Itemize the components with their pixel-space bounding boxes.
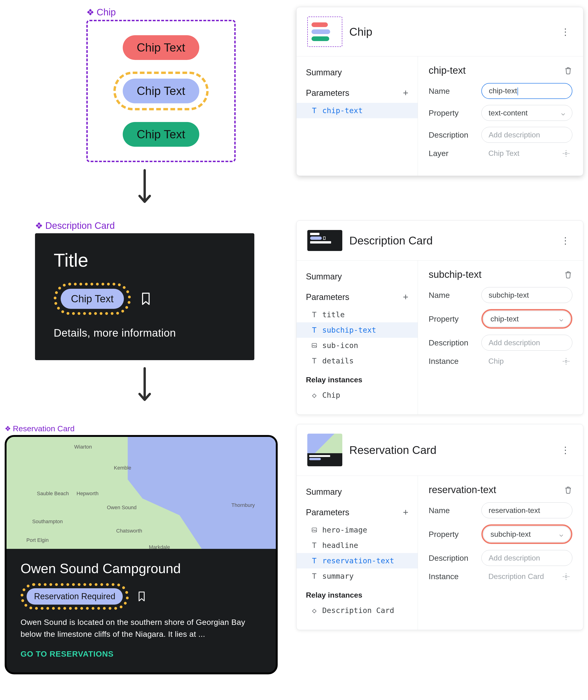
reservation-chip: Reservation Required (27, 588, 123, 605)
name-field-label: Name (429, 87, 475, 96)
text-type-icon: T (311, 356, 318, 365)
component-label-chip: ❖ Chip (86, 7, 236, 17)
summary-section-label[interactable]: Summary (297, 269, 418, 287)
detail-title: chip-text (429, 65, 466, 76)
name-input[interactable]: subchip-text (481, 287, 572, 303)
desc-panel-thumbnail (307, 230, 342, 251)
param-hero-image[interactable]: hero-image (297, 522, 418, 538)
description-input[interactable]: Add description (481, 550, 572, 566)
param-reservation-text[interactable]: T reservation-text (297, 553, 418, 568)
svg-point-1 (565, 152, 567, 154)
chip-component-name: Chip (97, 7, 116, 17)
summary-section-label[interactable]: Summary (297, 484, 418, 502)
panel-title: Chip (349, 25, 551, 38)
delete-icon[interactable] (564, 270, 572, 279)
layer-field-label: Layer (429, 149, 475, 158)
name-field-label: Name (429, 506, 475, 515)
property-select[interactable]: text-content ⌵ (481, 105, 572, 121)
param-sub-icon[interactable]: sub-icon (297, 338, 418, 353)
selection-highlight: Reservation Required (21, 583, 129, 610)
bookmark-icon[interactable] (140, 292, 151, 306)
component-label-res: ❖ Reservation Card (5, 424, 75, 433)
param-title[interactable]: T title (297, 307, 418, 322)
component-diamond-icon: ❖ (35, 221, 43, 230)
desc-details: Details, more information (54, 327, 236, 339)
chevron-down-icon: ⌵ (561, 109, 565, 117)
layer-value: Chip Text (488, 149, 519, 158)
chevron-down-icon: ⌵ (559, 530, 563, 538)
res-headline: Owen Sound Campground (21, 561, 262, 576)
bookmark-icon[interactable] (137, 591, 146, 602)
desc-component-name: Description Card (45, 220, 115, 231)
component-diamond-icon: ❖ (5, 425, 11, 432)
res-panel-thumbnail (307, 434, 342, 466)
svg-point-6 (565, 575, 567, 578)
hero-map-image: Wiarton Kemble Sauble Beach Hepworth Owe… (7, 437, 276, 549)
description-field-label: Description (429, 338, 475, 347)
param-name: chip-text (322, 106, 363, 115)
instance-field-label: Instance (429, 357, 475, 366)
text-type-icon: T (311, 106, 318, 115)
param-chip-text[interactable]: T chip-text (297, 103, 418, 118)
locate-icon[interactable] (562, 573, 570, 581)
selection-highlight: Chip Text (54, 283, 131, 315)
res-properties-panel: Reservation Card ⋮ Summary Parameters + (296, 424, 583, 630)
add-parameter-button[interactable]: + (403, 507, 408, 518)
more-menu-icon[interactable]: ⋮ (558, 235, 572, 246)
relay-instances-label: Relay instances (297, 369, 418, 387)
res-component-name: Reservation Card (13, 424, 75, 433)
chip-variant-red: Chip Text (123, 35, 199, 60)
parameters-section-label: Parameters (306, 88, 349, 98)
selection-highlight: Chip Text (113, 72, 208, 110)
component-diamond-icon: ❖ (86, 8, 94, 17)
param-subchip-text[interactable]: T subchip-text (297, 322, 418, 338)
relay-item-description-card[interactable]: ◇ Description Card (297, 603, 418, 618)
chip-properties-panel: Chip ⋮ Summary Parameters + T chip-text (296, 7, 583, 176)
more-menu-icon[interactable]: ⋮ (558, 445, 572, 455)
detail-title: subchip-text (429, 269, 481, 280)
diamond-icon: ◇ (311, 606, 318, 615)
parameters-section-label: Parameters (306, 292, 349, 302)
text-type-icon: T (311, 310, 318, 319)
arrow-down-icon (138, 367, 152, 402)
delete-icon[interactable] (564, 66, 572, 75)
name-input[interactable]: reservation-text (481, 502, 572, 518)
more-menu-icon[interactable]: ⋮ (558, 26, 572, 37)
chevron-down-icon: ⌵ (559, 315, 563, 323)
param-headline[interactable]: T headline (297, 538, 418, 553)
param-summary[interactable]: T summary (297, 568, 418, 584)
svg-rect-3 (312, 343, 317, 347)
desc-chip: Chip Text (61, 289, 124, 309)
locate-icon[interactable] (562, 357, 570, 365)
property-select[interactable]: chip-text ⌵ (483, 311, 571, 327)
add-parameter-button[interactable]: + (403, 88, 408, 98)
parameters-section-label: Parameters (306, 508, 349, 517)
description-card: Title Chip Text Details, more informatio… (35, 233, 254, 360)
text-type-icon: T (311, 326, 318, 334)
name-field-label: Name (429, 291, 475, 300)
chip-component-frame: Chip Text Chip Text Chip Text (86, 20, 236, 162)
relay-item-chip[interactable]: ◇ Chip (297, 387, 418, 403)
panel-title: Reservation Card (349, 444, 551, 456)
property-select[interactable]: subchip-text ⌵ (483, 526, 571, 542)
description-field-label: Description (429, 554, 475, 563)
text-type-icon: T (311, 556, 318, 565)
locate-icon[interactable] (562, 150, 570, 157)
description-input[interactable]: Add description (481, 335, 572, 351)
param-details[interactable]: T details (297, 353, 418, 369)
delete-icon[interactable] (564, 486, 572, 494)
chip-variant-blue: Chip Text (123, 79, 199, 103)
relay-instances-label: Relay instances (297, 584, 418, 603)
summary-section-label[interactable]: Summary (297, 65, 418, 83)
arrow-down-icon (138, 169, 152, 204)
description-input[interactable]: Add description (481, 127, 572, 143)
go-to-reservations-button[interactable]: GO TO RESERVATIONS (21, 649, 262, 658)
panel-title: Description Card (349, 234, 551, 247)
add-parameter-button[interactable]: + (403, 292, 408, 302)
detail-title: reservation-text (429, 484, 496, 495)
description-field-label: Description (429, 130, 475, 139)
text-type-icon: T (311, 541, 318, 550)
name-input[interactable]: chip-text (481, 83, 572, 99)
image-type-icon (311, 527, 318, 533)
property-highlight-ring: chip-text ⌵ (481, 309, 572, 329)
